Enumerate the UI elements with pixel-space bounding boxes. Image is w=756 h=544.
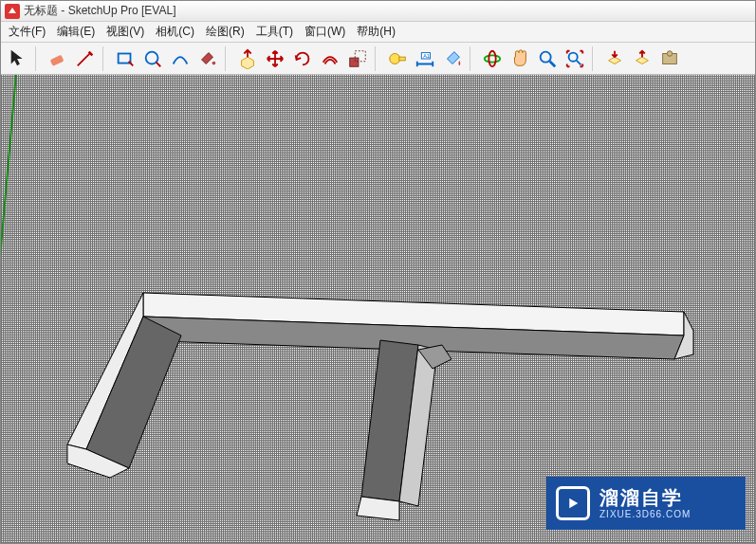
toolbar: A1 — [1, 43, 755, 75]
extension-tool[interactable] — [656, 45, 683, 72]
svg-point-13 — [541, 51, 551, 62]
svg-marker-0 — [9, 8, 16, 13]
zoom-tool[interactable] — [534, 45, 561, 72]
svg-text:A1: A1 — [423, 53, 430, 59]
menu-edit[interactable]: 编辑(E) — [51, 22, 101, 42]
share-model-tool[interactable] — [629, 45, 655, 72]
dimension-tool[interactable]: A1 — [412, 45, 438, 72]
menu-draw[interactable]: 绘图(R) — [200, 22, 250, 42]
svg-point-14 — [569, 52, 578, 61]
toolbar-separator — [375, 46, 380, 71]
viewport[interactable]: 溜溜自学 ZIXUE.3D66.COM — [1, 75, 755, 543]
menu-camera[interactable]: 相机(C) — [150, 22, 200, 42]
circle-tool[interactable] — [139, 45, 166, 72]
watermark-text: 溜溜自学 ZIXUE.3D66.COM — [599, 486, 691, 520]
toolbar-separator — [102, 46, 108, 71]
menu-view[interactable]: 视图(V) — [101, 22, 150, 42]
svg-rect-5 — [350, 58, 359, 66]
scale-tool[interactable] — [344, 45, 371, 72]
offset-tool[interactable] — [317, 45, 343, 72]
svg-point-16 — [667, 50, 673, 56]
svg-rect-8 — [399, 57, 405, 61]
watermark-title: 溜溜自学 — [599, 486, 691, 509]
eraser-tool[interactable] — [45, 45, 71, 72]
move-tool[interactable] — [262, 45, 288, 72]
toolbar-separator — [225, 46, 230, 71]
toolbar-separator — [592, 46, 598, 71]
titlebar: 无标题 - SketchUp Pro [EVAL] — [1, 1, 755, 22]
svg-point-12 — [489, 50, 495, 66]
pushpull-tool[interactable] — [234, 45, 261, 72]
app-icon — [5, 4, 20, 19]
pan-tool[interactable] — [507, 45, 533, 72]
watermark: 溜溜自学 ZIXUE.3D66.COM — [546, 477, 746, 530]
svg-point-4 — [212, 61, 216, 64]
orbit-tool[interactable] — [479, 45, 506, 72]
svg-rect-1 — [50, 54, 65, 65]
window-title: 无标题 - SketchUp Pro [EVAL] — [24, 3, 176, 19]
menubar: 文件(F) 编辑(E) 视图(V) 相机(C) 绘图(R) 工具(T) 窗口(W… — [1, 22, 755, 43]
menu-file[interactable]: 文件(F) — [3, 22, 51, 42]
paint-tool[interactable] — [194, 45, 221, 72]
svg-point-11 — [485, 55, 501, 62]
menu-tools[interactable]: 工具(T) — [250, 22, 299, 42]
get-models-tool[interactable] — [601, 45, 628, 72]
paintbucket-tool[interactable] — [439, 45, 466, 72]
rectangle-tool[interactable] — [112, 45, 138, 72]
menu-window[interactable]: 窗口(W) — [299, 22, 351, 42]
svg-point-3 — [146, 51, 158, 63]
toolbar-separator — [35, 46, 41, 71]
watermark-url: ZIXUE.3D66.COM — [599, 509, 691, 520]
toolbar-separator — [470, 46, 475, 71]
arc-tool[interactable] — [167, 45, 194, 72]
play-icon — [556, 486, 590, 520]
zoom-extents-tool[interactable] — [562, 45, 588, 72]
rotate-tool[interactable] — [289, 45, 316, 72]
svg-marker-24 — [357, 497, 399, 520]
tape-tool[interactable] — [384, 45, 411, 72]
svg-point-7 — [390, 53, 400, 63]
line-tool[interactable] — [72, 45, 99, 72]
menu-help[interactable]: 帮助(H) — [351, 22, 401, 42]
select-tool[interactable] — [5, 45, 31, 72]
